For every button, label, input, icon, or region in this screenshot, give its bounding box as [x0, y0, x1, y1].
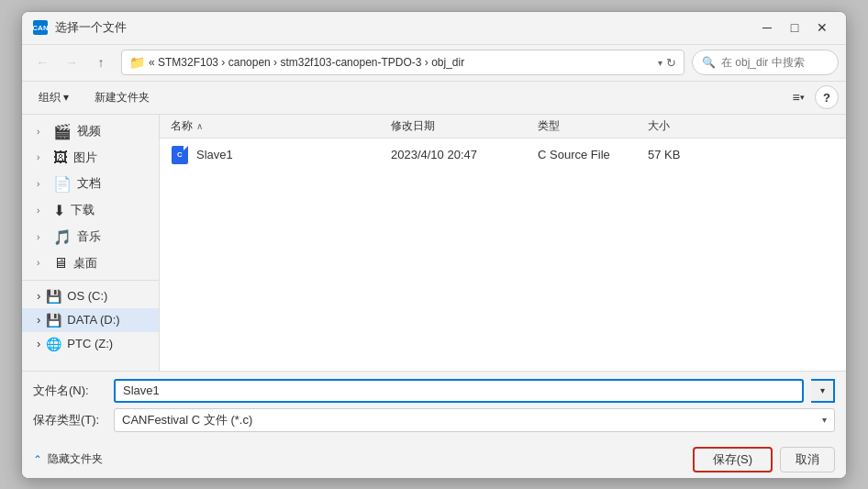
hide-files-label: 隐藏文件夹: [48, 451, 103, 467]
search-bar[interactable]: 🔍: [692, 50, 839, 75]
music-icon: 🎵: [53, 228, 72, 246]
sidebar-divider: [22, 280, 159, 281]
savetype-row: 保存类型(T): CANFestival C 文件 (*.c) ▾: [33, 408, 835, 432]
col-size-header[interactable]: 大小: [648, 118, 721, 134]
main-panel: 名称 ∧ 修改日期 类型 大小 C Slave1 2023/4/10 20:47…: [160, 115, 846, 371]
view-controls: ≡ ▾ ?: [785, 85, 839, 109]
images-icon: 🖼: [53, 150, 68, 166]
help-icon: ?: [823, 91, 830, 105]
sidebar-item-drive-c[interactable]: › 💾 OS (C:): [22, 284, 159, 308]
desktop-icon: 🖥: [53, 255, 68, 272]
filename-dropdown-button[interactable]: ▾: [811, 379, 835, 403]
save-button[interactable]: 保存(S): [693, 447, 773, 472]
downloads-icon: ⬇: [53, 202, 65, 219]
drive-d-icon: 💾: [46, 313, 61, 328]
expand-icon: ›: [37, 206, 48, 216]
sidebar-item-music[interactable]: › 🎵 音乐: [22, 224, 159, 250]
col-type-header[interactable]: 类型: [538, 118, 648, 134]
window-controls: ─ □ ✕: [754, 15, 835, 40]
action-bar: ⌃ 隐藏文件夹 保存(S) 取消: [22, 439, 846, 478]
file-type-cell: C Source File: [538, 148, 648, 161]
sidebar-item-drive-d[interactable]: › 💾 DATA (D:): [22, 308, 159, 332]
help-button[interactable]: ?: [815, 85, 839, 109]
sidebar-item-downloads[interactable]: › ⬇ 下载: [22, 197, 159, 224]
col-name-header[interactable]: 名称 ∧: [171, 118, 391, 134]
sidebar: › 🎬 视频 › 🖼 图片 › 📄 文档 › ⬇ 下载 › 🎵: [22, 115, 160, 371]
sidebar-item-videos[interactable]: › 🎬 视频: [22, 118, 159, 145]
expand-icon: ›: [37, 313, 40, 327]
organize-button[interactable]: 组织 ▾: [29, 85, 78, 109]
address-bar[interactable]: 📁 « STM32F103 › canopen › stm32f103-cano…: [121, 50, 684, 75]
action-buttons: 保存(S) 取消: [693, 447, 835, 472]
forward-icon: →: [65, 55, 78, 70]
c-source-icon: C: [172, 146, 188, 164]
up-button[interactable]: ↑: [88, 50, 114, 75]
view-icon: ≡: [792, 90, 799, 105]
view-button[interactable]: ≡ ▾: [785, 85, 811, 109]
sidebar-label-downloads: 下载: [71, 202, 95, 218]
new-folder-label: 新建文件夹: [95, 90, 150, 106]
expand-icon: ›: [37, 179, 48, 189]
expand-icon: ›: [37, 258, 48, 268]
dialog-title: 选择一个文件: [55, 19, 754, 36]
file-dialog: CAN 选择一个文件 ─ □ ✕ ← → ↑ 📁 « STM32F103 › c…: [21, 11, 847, 479]
close-button[interactable]: ✕: [809, 15, 835, 40]
sidebar-label-videos: 视频: [77, 123, 101, 139]
sort-icon: ∧: [196, 121, 203, 131]
file-name-cell: Slave1: [196, 148, 391, 161]
sidebar-label-desktop: 桌面: [73, 255, 97, 272]
hide-files-button[interactable]: ⌃ 隐藏文件夹: [33, 451, 103, 467]
table-row[interactable]: C Slave1 2023/4/10 20:47 C Source File 5…: [160, 140, 846, 170]
forward-button[interactable]: →: [59, 50, 84, 75]
sidebar-item-docs[interactable]: › 📄 文档: [22, 171, 159, 197]
back-icon: ←: [36, 55, 49, 70]
filename-label: 文件名(N):: [33, 383, 106, 399]
view-arrow-icon: ▾: [800, 93, 805, 102]
app-icon: CAN: [33, 20, 48, 35]
docs-icon: 📄: [53, 175, 72, 193]
savetype-select[interactable]: CANFestival C 文件 (*.c) ▾: [114, 408, 835, 432]
file-list: C Slave1 2023/4/10 20:47 C Source File 5…: [160, 139, 846, 371]
sidebar-label-docs: 文档: [77, 175, 101, 192]
search-icon: 🔍: [702, 56, 716, 69]
file-type-icon: C: [171, 146, 189, 164]
savetype-label: 保存类型(T):: [33, 412, 106, 428]
sidebar-label-images: 图片: [73, 150, 97, 166]
up-icon: ↑: [98, 55, 105, 70]
col-date-header[interactable]: 修改日期: [391, 118, 538, 134]
title-bar: CAN 选择一个文件 ─ □ ✕: [22, 12, 846, 45]
new-folder-button[interactable]: 新建文件夹: [85, 85, 159, 109]
cancel-button[interactable]: 取消: [780, 447, 835, 472]
sidebar-item-desktop[interactable]: › 🖥 桌面: [22, 250, 159, 276]
expand-icon: ›: [37, 152, 48, 162]
savetype-arrow-icon: ▾: [822, 415, 827, 425]
filename-dropdown-icon: ▾: [820, 385, 825, 395]
save-label: 保存(S): [713, 452, 752, 466]
folder-icon: 📁: [129, 55, 145, 70]
cancel-label: 取消: [796, 452, 819, 466]
minimize-button[interactable]: ─: [754, 15, 780, 40]
sidebar-label-drive-d: DATA (D:): [67, 313, 119, 327]
savetype-value: CANFestival C 文件 (*.c): [122, 412, 252, 428]
sidebar-item-drive-z[interactable]: › 🌐 PTC (Z:): [22, 332, 159, 356]
sidebar-label-drive-z: PTC (Z:): [67, 337, 113, 350]
sidebar-item-images[interactable]: › 🖼 图片: [22, 145, 159, 171]
filename-input[interactable]: [114, 379, 804, 403]
drive-z-icon: 🌐: [46, 337, 61, 351]
expand-icon: ›: [37, 337, 40, 350]
expand-icon: ›: [37, 232, 48, 242]
chevron-up-icon: ⌃: [33, 453, 42, 466]
content-area: › 🎬 视频 › 🖼 图片 › 📄 文档 › ⬇ 下载 › 🎵: [22, 115, 846, 371]
back-button[interactable]: ←: [29, 50, 55, 75]
address-dropdown-icon[interactable]: ▾: [658, 58, 662, 68]
bottom-panel: 文件名(N): ▾ 保存类型(T): CANFestival C 文件 (*.c…: [22, 371, 846, 439]
sidebar-label-drive-c: OS (C:): [67, 289, 107, 303]
file-date-cell: 2023/4/10 20:47: [391, 148, 538, 161]
file-list-header: 名称 ∧ 修改日期 类型 大小: [160, 115, 846, 139]
search-input[interactable]: [721, 56, 829, 69]
refresh-button[interactable]: ↻: [666, 56, 676, 70]
organize-label: 组织 ▾: [39, 90, 69, 106]
nav-toolbar: ← → ↑ 📁 « STM32F103 › canopen › stm32f10…: [22, 45, 846, 82]
maximize-button[interactable]: □: [782, 15, 807, 40]
drive-c-icon: 💾: [46, 289, 61, 304]
